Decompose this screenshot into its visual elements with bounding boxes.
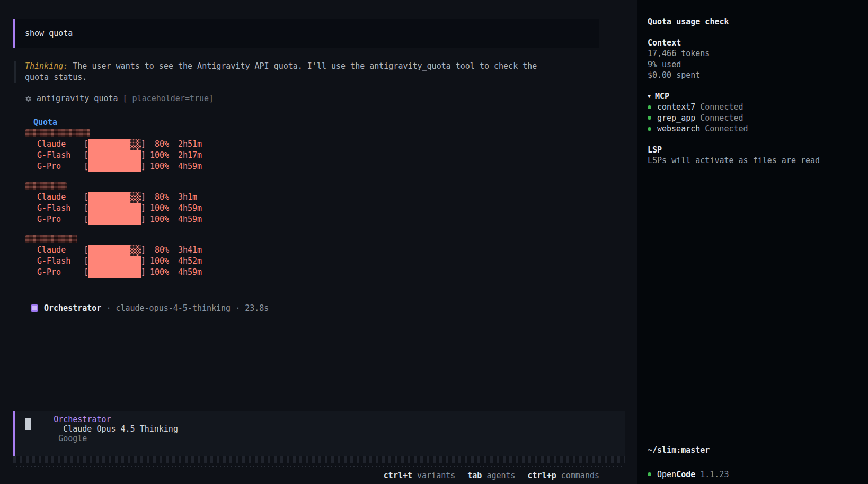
quota-time-remaining: 4h59m: [178, 161, 202, 172]
bar-bracket: ]: [141, 192, 146, 203]
quota-groups: Claude[]80%2h51mG-Flash[]100%2h17mG-Pro[…: [25, 128, 637, 278]
quota-percent: 80%: [146, 245, 169, 256]
bar-bracket: [: [84, 203, 88, 214]
keybinding-hint: ctrl+tvariants: [384, 471, 455, 480]
quota-group: Claude[]80%3h41mG-Flash[]100%4h52mG-Pro[…: [25, 234, 637, 278]
composer-agent[interactable]: Orchestrator: [54, 415, 111, 424]
bar-bracket: ]: [141, 150, 146, 161]
bar-bracket: [: [84, 139, 88, 150]
status-dot-icon: [648, 472, 651, 476]
quota-row: G-Flash[]100%2h17m: [25, 150, 637, 161]
app-version-line: OpenCode 1.1.23: [648, 469, 863, 480]
mcp-section: ▼ MCP context7Connectedgrep_appConnected…: [648, 91, 863, 135]
context-stat: 17,466 tokens: [648, 48, 863, 59]
composer-provider: Google: [58, 434, 87, 443]
chat-panel: show quota Thinking: The user wants to s…: [0, 0, 637, 484]
composer-model[interactable]: Claude Opus 4.5 Thinking: [63, 424, 178, 434]
chevron-down-icon: ▼: [648, 91, 651, 102]
quota-time-remaining: 4h59m: [178, 214, 202, 225]
mcp-server-name: websearch: [657, 123, 700, 135]
redacted-account-name: [25, 181, 637, 192]
user-message-text: show quota: [25, 29, 73, 38]
status-dot-icon: [648, 116, 651, 120]
composer-edge-decoration: [13, 456, 625, 463]
quota-row: Claude[]80%3h41m: [25, 245, 637, 256]
bar-bracket: ]: [141, 245, 146, 256]
session-title: Quota usage check: [648, 16, 863, 28]
user-message: show quota: [13, 19, 599, 48]
dotted-rule: [16, 466, 624, 467]
quota-bar: [88, 203, 141, 214]
quota-time-remaining: 2h17m: [178, 150, 202, 161]
quota-row: G-Pro[]100%4h59m: [25, 267, 637, 278]
mcp-server-status: Connected: [700, 102, 743, 113]
bar-bracket: ]: [141, 267, 146, 278]
quota-row: G-Flash[]100%4h52m: [25, 256, 637, 267]
bar-bracket: [: [84, 161, 88, 172]
keybinding-hint: tabagents: [467, 471, 515, 480]
app-name-bold: Code: [676, 469, 695, 480]
quota-percent: 80%: [146, 192, 169, 203]
prompt-input[interactable]: Orchestrator Claude Opus 4.5 Thinking Go…: [13, 411, 625, 456]
keybinding-label: variants: [417, 471, 455, 480]
thinking-block: Thinking: The user wants to see the Anti…: [14, 61, 544, 83]
context-stats: 17,466 tokens9% used$0.00 spent: [648, 48, 863, 81]
separator-dot: ·: [235, 303, 240, 313]
bar-bracket: [: [84, 267, 88, 278]
quota-row: G-Pro[]100%4h59m: [25, 214, 637, 225]
mcp-server-item: context7Connected: [648, 102, 863, 113]
bar-bracket: [: [84, 256, 88, 267]
quota-bar: [88, 150, 141, 161]
keybinding-keys: ctrl+p: [528, 471, 556, 480]
mcp-server-item: websearchConnected: [648, 123, 863, 135]
quota-group: Claude[]80%2h51mG-Flash[]100%2h17mG-Pro[…: [25, 128, 637, 172]
quota-bar: [88, 267, 141, 278]
quota-model-label: G-Flash: [37, 150, 84, 161]
quota-row: Claude[]80%3h1m: [25, 192, 637, 203]
quota-model-label: G-Pro: [37, 161, 84, 172]
mcp-collapse-header[interactable]: ▼ MCP: [648, 91, 863, 102]
mcp-heading: MCP: [655, 91, 669, 102]
quota-percent: 80%: [146, 139, 169, 150]
mcp-server-status: Connected: [705, 123, 748, 135]
tool-name: antigravity_quota: [37, 94, 118, 103]
keybinding-hint: ctrl+pcommands: [528, 471, 599, 480]
thinking-label: Thinking:: [25, 61, 68, 71]
context-stat: 9% used: [648, 59, 863, 70]
quota-time-remaining: 4h59m: [178, 203, 202, 214]
quota-bar: [88, 214, 141, 225]
status-dot-icon: [648, 105, 651, 109]
agent-icon: [31, 304, 38, 312]
quota-time-remaining: 4h52m: [178, 256, 202, 267]
mcp-server-name: grep_app: [657, 113, 695, 124]
tool-call-line[interactable]: antigravity_quota [_placeholder=true]: [25, 94, 637, 103]
bar-bracket: ]: [141, 139, 146, 150]
bar-bracket: ]: [141, 203, 146, 214]
quota-percent: 100%: [146, 203, 169, 214]
keybinding-label: commands: [561, 471, 599, 480]
quota-bar: [88, 192, 141, 203]
bar-bracket: ]: [141, 214, 146, 225]
lsp-section: LSP LSPs will activate as files are read: [648, 145, 863, 166]
quota-time-remaining: 3h41m: [178, 245, 202, 256]
context-section: Context 17,466 tokens9% used$0.00 spent: [648, 38, 863, 81]
keybinding-keys: tab: [467, 471, 482, 480]
quota-percent: 100%: [146, 256, 169, 267]
quota-model-label: G-Pro: [37, 214, 84, 225]
quota-time-remaining: 2h51m: [178, 139, 202, 150]
keybinding-bar: ctrl+tvariantstabagentsctrl+pcommands: [0, 466, 637, 484]
thinking-text: The user wants to see the Antigravity AP…: [25, 61, 537, 82]
keybinding-label: agents: [486, 471, 515, 480]
app-name: Open: [657, 469, 676, 480]
quota-time-remaining: 3h1m: [178, 192, 197, 203]
bar-bracket: [: [84, 150, 88, 161]
bar-bracket: [: [84, 245, 88, 256]
redacted-account-name: [25, 234, 637, 245]
agent-name: Orchestrator: [44, 303, 101, 313]
quota-bar-remainder: [130, 192, 141, 203]
quota-row: G-Pro[]100%4h59m: [25, 161, 637, 172]
quota-bar-remainder: [130, 139, 141, 150]
mcp-server-item: grep_appConnected: [648, 113, 863, 124]
quota-row: G-Flash[]100%4h59m: [25, 203, 637, 214]
tool-args: [_placeholder=true]: [123, 94, 214, 103]
